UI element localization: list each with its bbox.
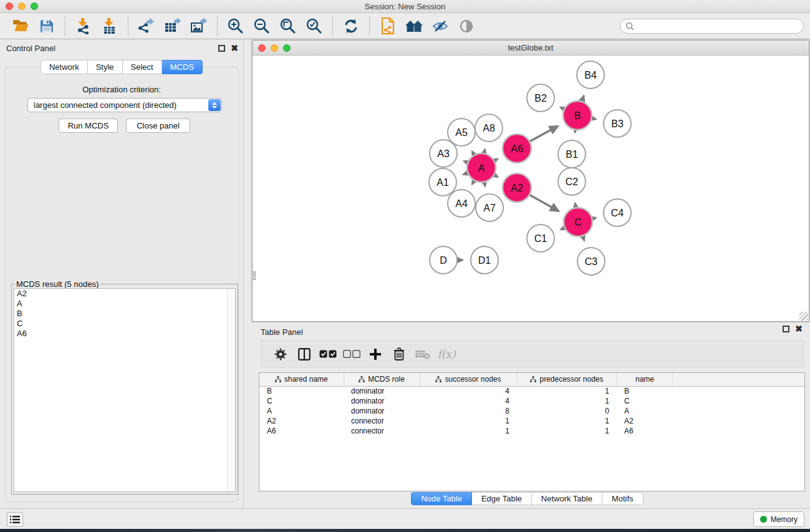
graph-node-B4[interactable]: B4 bbox=[577, 61, 604, 89]
control-panel-tabs: NetworkStyleSelectMCDS bbox=[0, 60, 243, 74]
close-table-panel-icon[interactable]: ✖ bbox=[795, 326, 803, 332]
column-header-shared-name[interactable]: shared name bbox=[259, 373, 344, 386]
graph-node-D1[interactable]: D1 bbox=[471, 246, 498, 274]
table-row[interactable]: A2connector11A2 bbox=[259, 416, 804, 426]
graph-node-D[interactable]: D bbox=[430, 246, 457, 274]
select-all-checkboxes-icon[interactable] bbox=[317, 345, 339, 364]
result-list-scrollbar[interactable] bbox=[227, 289, 235, 491]
network-view-window: testGlobe.txt B4B2BB3A8A5A6B1A3AC2A1A2A4… bbox=[252, 40, 809, 322]
graph-node-A[interactable]: A bbox=[467, 153, 496, 182]
table-row[interactable]: Bdominator41B bbox=[259, 386, 804, 396]
toolbar-separator bbox=[128, 16, 128, 36]
graph-node-B2[interactable]: B2 bbox=[527, 84, 554, 112]
graph-node-C1[interactable]: C1 bbox=[527, 225, 554, 252]
search-input[interactable] bbox=[637, 21, 803, 32]
export-image-icon[interactable] bbox=[189, 16, 209, 36]
svg-text:C4: C4 bbox=[611, 208, 624, 218]
graph-node-C[interactable]: C bbox=[564, 208, 592, 236]
graph-node-A8[interactable]: A8 bbox=[475, 114, 503, 142]
close-panel-icon[interactable]: ✖ bbox=[231, 45, 238, 52]
graph-node-A1[interactable]: A1 bbox=[429, 168, 456, 196]
search-field[interactable] bbox=[620, 19, 804, 34]
memory-button[interactable]: Memory bbox=[753, 511, 804, 527]
result-item-c[interactable]: C bbox=[14, 319, 235, 329]
graph-edge-A2-C[interactable] bbox=[529, 195, 559, 211]
table-row[interactable]: A6connector11A6 bbox=[259, 426, 804, 436]
table-row[interactable]: Adominator80A bbox=[259, 406, 804, 416]
deselect-all-checkboxes-icon[interactable] bbox=[341, 345, 362, 364]
new-session-icon[interactable] bbox=[378, 16, 398, 36]
table-tab-network-table[interactable]: Network Table bbox=[532, 492, 602, 505]
graph-node-A3[interactable]: A3 bbox=[430, 140, 457, 167]
optimization-criterion-label: Optimization criterion: bbox=[0, 85, 243, 94]
close-panel-button[interactable]: Close panel bbox=[126, 118, 190, 133]
result-item-a[interactable]: A bbox=[14, 299, 235, 309]
graph-node-C4[interactable]: C4 bbox=[604, 199, 631, 226]
graph-node-C2[interactable]: C2 bbox=[558, 168, 586, 195]
node-table[interactable]: shared nameMCDS rolesuccessor nodesprede… bbox=[259, 372, 805, 491]
optimization-criterion-dropdown[interactable]: largest connected component (directed) bbox=[27, 98, 222, 112]
float-table-panel-icon[interactable] bbox=[783, 326, 789, 332]
column-header-name[interactable]: name bbox=[617, 373, 673, 386]
export-network-icon[interactable] bbox=[137, 16, 157, 36]
result-item-b[interactable]: B bbox=[14, 309, 235, 319]
table-tab-motifs[interactable]: Motifs bbox=[602, 492, 644, 505]
add-column-icon[interactable] bbox=[365, 345, 386, 364]
show-panel-eye-icon[interactable] bbox=[456, 16, 476, 36]
tab-select[interactable]: Select bbox=[123, 60, 162, 74]
hide-panel-eye-icon[interactable] bbox=[430, 16, 450, 36]
list-icon bbox=[10, 515, 20, 524]
zoom-out-icon[interactable] bbox=[252, 16, 272, 36]
graph-node-A2[interactable]: A2 bbox=[503, 173, 531, 202]
run-mcds-button[interactable]: Run MCDS bbox=[59, 118, 118, 133]
export-table-icon[interactable] bbox=[163, 16, 183, 36]
task-history-button[interactable] bbox=[7, 512, 23, 527]
zoom-fit-content-icon[interactable] bbox=[278, 16, 298, 36]
graph-node-C3[interactable]: C3 bbox=[577, 248, 605, 275]
splitter-grip[interactable] bbox=[252, 271, 256, 280]
column-header-mcds-role[interactable]: MCDS role bbox=[344, 373, 420, 386]
network-window-titlebar[interactable]: testGlobe.txt bbox=[253, 41, 809, 56]
svg-text:B1: B1 bbox=[566, 149, 578, 160]
graph-node-B3[interactable]: B3 bbox=[604, 110, 631, 137]
table-row[interactable]: Cdominator41C bbox=[259, 396, 804, 406]
graph-node-A6[interactable]: A6 bbox=[503, 134, 531, 163]
tab-network[interactable]: Network bbox=[41, 60, 88, 74]
column-header-predecessor-nodes[interactable]: predecessor nodes bbox=[517, 373, 617, 386]
table-toolbar: f(x) bbox=[261, 340, 804, 368]
result-item-a6[interactable]: A6 bbox=[14, 329, 235, 339]
float-panel-icon[interactable] bbox=[218, 45, 225, 52]
import-network-icon[interactable] bbox=[74, 16, 94, 36]
graph-node-A5[interactable]: A5 bbox=[448, 118, 475, 146]
function-builder-icon[interactable]: f(x) bbox=[436, 345, 457, 364]
home-icon[interactable] bbox=[404, 16, 424, 36]
save-session-icon[interactable] bbox=[37, 16, 57, 36]
result-item-a2[interactable]: A2 bbox=[14, 289, 235, 299]
table-tab-edge-table[interactable]: Edge Table bbox=[472, 492, 532, 505]
refresh-icon[interactable] bbox=[341, 16, 361, 36]
table-panel: Table Panel ✖ bbox=[244, 322, 810, 508]
import-table-icon[interactable] bbox=[100, 16, 120, 36]
graph-node-A4[interactable]: A4 bbox=[448, 190, 475, 217]
zoom-selected-icon[interactable] bbox=[304, 16, 324, 36]
mcds-result-list[interactable]: A2ABCA6 bbox=[14, 288, 236, 492]
window-resize-grip[interactable] bbox=[799, 312, 808, 321]
tab-mcds[interactable]: MCDS bbox=[162, 60, 203, 74]
column-layout-icon[interactable] bbox=[294, 345, 315, 364]
delete-table-icon[interactable] bbox=[412, 345, 433, 364]
table-options-gear-icon[interactable] bbox=[270, 345, 291, 364]
table-tab-node-table[interactable]: Node Table bbox=[411, 492, 472, 505]
open-file-icon[interactable] bbox=[11, 16, 31, 36]
graph-edge-A6-B[interactable] bbox=[529, 126, 557, 142]
graph-edge-B-B4[interactable] bbox=[582, 96, 584, 102]
graph-node-B[interactable]: B bbox=[563, 101, 592, 130]
dropdown-selected-value: largest connected component (directed) bbox=[28, 100, 208, 110]
graph-node-A7[interactable]: A7 bbox=[476, 194, 503, 221]
graph-node-B1[interactable]: B1 bbox=[558, 140, 586, 168]
tab-style[interactable]: Style bbox=[88, 60, 123, 74]
column-header-successor-nodes[interactable]: successor nodes bbox=[420, 373, 517, 386]
network-canvas[interactable]: B4B2BB3A8A5A6B1A3AC2A1A2A4A7C4CC1DD1C3 bbox=[253, 56, 809, 321]
svg-text:A: A bbox=[478, 163, 485, 173]
zoom-in-icon[interactable] bbox=[226, 16, 246, 36]
delete-column-trash-icon[interactable] bbox=[388, 345, 410, 364]
